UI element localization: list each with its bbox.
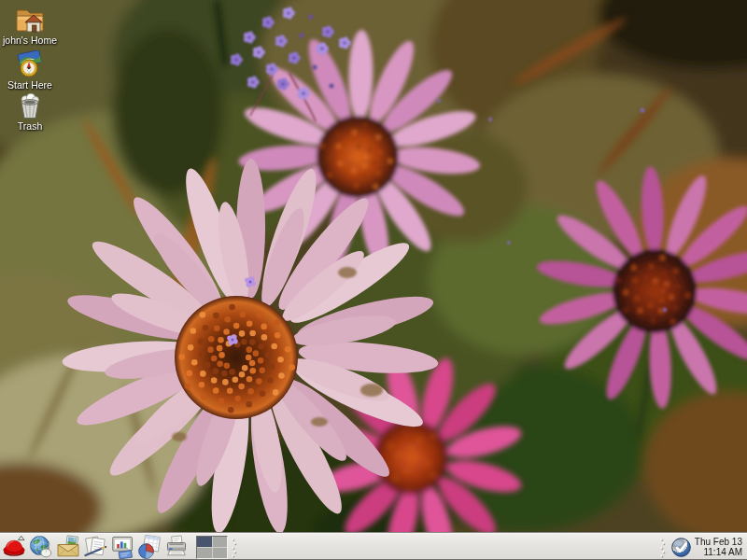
- desktop-icon-label: Start Here: [7, 80, 52, 91]
- workspace-switcher[interactable]: [196, 536, 228, 559]
- printer-icon: [164, 535, 189, 559]
- main-menu-button[interactable]: [1, 535, 26, 560]
- print-manager-button[interactable]: [163, 535, 189, 560]
- workspace-2[interactable]: [213, 537, 228, 547]
- word-processor-button[interactable]: [82, 535, 107, 560]
- documents-pen-icon: [83, 535, 107, 559]
- envelope-icon: [56, 535, 80, 559]
- start-here-compass-icon: [13, 50, 47, 78]
- workspace-4[interactable]: [213, 548, 228, 558]
- trash-can-icon: [13, 93, 47, 119]
- pie-chart-sheet-icon: [137, 535, 162, 559]
- workspace-1[interactable]: [197, 537, 212, 547]
- wallpaper-photo: [0, 0, 747, 533]
- spreadsheet-button[interactable]: [136, 535, 162, 560]
- desktop-icon-home[interactable]: john's Home: [0, 4, 60, 46]
- panel-clock[interactable]: Thu Feb 13 11:14 AM: [695, 537, 742, 557]
- desktop-icon-trash[interactable]: Trash: [0, 93, 60, 132]
- web-browser-button[interactable]: [28, 535, 53, 560]
- desktop-area: john's Home Start Here: [0, 0, 747, 533]
- desktop-icon-start-here[interactable]: Start Here: [0, 50, 60, 91]
- desktop-icon-label: Trash: [18, 121, 42, 132]
- email-button[interactable]: [55, 535, 80, 560]
- update-notification-button[interactable]: [670, 537, 692, 558]
- presentation-button[interactable]: [109, 535, 134, 560]
- monitor-chart-icon: [110, 535, 134, 559]
- gnome-desktop-screen: john's Home Start Here: [0, 0, 747, 560]
- red-hat-icon: [2, 535, 26, 559]
- desktop-icon-label: john's Home: [3, 35, 57, 46]
- globe-icon: [29, 535, 53, 559]
- update-check-icon: [670, 537, 692, 558]
- clock-date: Thu Feb 13: [695, 537, 742, 547]
- home-folder-icon: [13, 4, 47, 34]
- panel-drag-handle[interactable]: [659, 537, 666, 558]
- clock-time: 11:14 AM: [695, 547, 742, 557]
- bottom-panel: Thu Feb 13 11:14 AM: [0, 533, 747, 560]
- workspace-3[interactable]: [197, 548, 212, 558]
- panel-drag-handle[interactable]: [231, 537, 237, 558]
